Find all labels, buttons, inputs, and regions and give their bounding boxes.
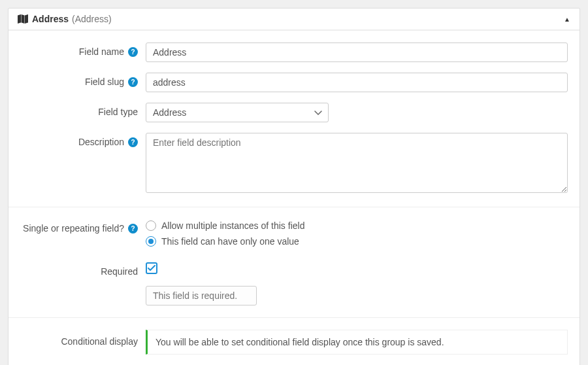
- row-description: Description ?: [20, 133, 568, 195]
- label-field-type: Field type: [98, 107, 138, 117]
- repeating-radio-group: Allow multiple instances of this field T…: [146, 219, 568, 247]
- label-repeating: Single or repeating field?: [23, 223, 124, 234]
- field-name-input[interactable]: [146, 43, 568, 62]
- label-field-name: Field name: [79, 46, 124, 57]
- field-editor-panel: Address (Address) ▲ Field name ? Field s…: [8, 8, 580, 365]
- row-field-slug: Field slug ?: [20, 73, 568, 92]
- label-description: Description: [78, 137, 124, 147]
- help-icon[interactable]: ?: [128, 77, 138, 87]
- radio-only-one[interactable]: This field can have only one value: [146, 236, 568, 247]
- row-repeating: Single or repeating field? ? Allow multi…: [20, 219, 568, 252]
- section-conditional: Conditional display You will be able to …: [8, 317, 580, 365]
- section-main: Field name ? Field slug ? Field type: [8, 30, 580, 207]
- help-icon[interactable]: ?: [128, 137, 138, 147]
- radio-icon[interactable]: [146, 220, 156, 231]
- panel-subtitle: (Address): [72, 14, 112, 24]
- help-icon[interactable]: ?: [128, 224, 138, 234]
- row-field-type: Field type Address: [20, 103, 568, 122]
- required-checkbox[interactable]: [146, 262, 157, 274]
- collapse-caret-icon[interactable]: ▲: [564, 16, 570, 23]
- label-required: Required: [101, 266, 138, 277]
- panel-title: Address: [32, 14, 69, 24]
- row-conditional: Conditional display You will be able to …: [20, 330, 568, 355]
- conditional-notice-text: You will be able to set conditional fiel…: [155, 337, 444, 347]
- section-options: Single or repeating field? ? Allow multi…: [8, 207, 580, 317]
- radio-label-only-one: This field can have only one value: [161, 236, 299, 247]
- radio-label-multiple: Allow multiple instances of this field: [161, 220, 304, 231]
- row-required: Required: [20, 262, 568, 305]
- field-type-select[interactable]: Address: [146, 103, 329, 122]
- description-textarea[interactable]: [146, 133, 568, 193]
- label-conditional: Conditional display: [61, 336, 138, 347]
- label-field-slug: Field slug: [85, 77, 124, 87]
- help-icon[interactable]: ?: [128, 47, 138, 57]
- row-field-name: Field name ?: [20, 43, 568, 62]
- panel-header[interactable]: Address (Address) ▲: [8, 9, 580, 30]
- radio-icon[interactable]: [146, 236, 156, 247]
- field-slug-input[interactable]: [146, 73, 568, 92]
- checkmark-icon: [148, 265, 155, 271]
- map-icon: [18, 14, 28, 24]
- conditional-notice: You will be able to set conditional fiel…: [146, 330, 568, 355]
- required-message-input: [146, 286, 257, 305]
- radio-allow-multiple[interactable]: Allow multiple instances of this field: [146, 220, 568, 231]
